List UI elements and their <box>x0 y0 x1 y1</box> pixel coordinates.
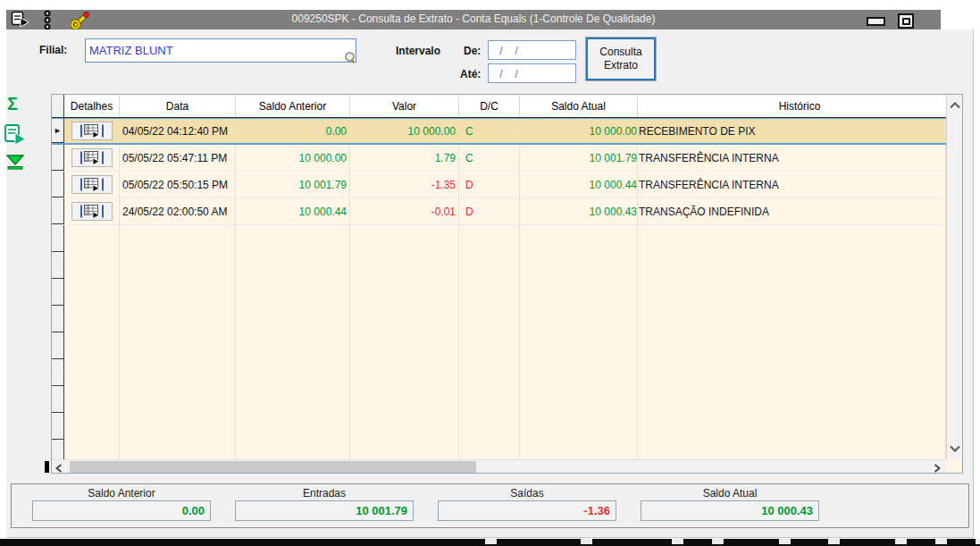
column-header-detalhes[interactable]: Detalhes <box>64 95 120 117</box>
table-row[interactable]: 24/05/22 02:00:50 AM 10 000.44 -0.01 D 1… <box>52 198 946 225</box>
valor-cell[interactable]: 1.79 <box>350 145 459 171</box>
horizontal-scroll-thumb[interactable] <box>70 461 476 473</box>
horizontal-scrollbar[interactable] <box>52 459 946 473</box>
date-cell[interactable]: 24/05/22 02:00:50 AM <box>120 198 236 224</box>
details-button[interactable] <box>71 148 113 167</box>
summary-field: Saldo Anterior 0.00 <box>32 487 211 521</box>
summary-field: Entradas 10 001.79 <box>235 487 414 521</box>
current-row-marker: ► <box>54 127 62 135</box>
saldo-atual-cell[interactable]: 10 000.00 <box>520 119 638 143</box>
table-row[interactable]: ► 04/05/22 04:12:40 PM 0.00 10 000.00 C … <box>52 118 946 145</box>
historico-cell[interactable]: TRANSAÇÃO INDEFINIDA <box>638 198 946 224</box>
summary-field: Saídas -1.36 <box>438 487 616 521</box>
ate-date-input[interactable] <box>488 63 576 83</box>
minimize-button[interactable] <box>867 17 885 26</box>
summary-label: Saldo Atual <box>641 487 819 500</box>
row-selector-cell[interactable] <box>52 440 64 459</box>
saldo-anterior-cell[interactable]: 0.00 <box>236 119 350 143</box>
column-header-dc[interactable]: D/C <box>459 95 520 117</box>
maximize-button[interactable] <box>898 13 914 29</box>
date-cell[interactable]: 05/05/22 05:50:15 PM <box>120 172 236 197</box>
row-selector-cell[interactable] <box>52 172 64 197</box>
details-grid-icon <box>80 123 105 139</box>
de-date-input[interactable] <box>488 40 576 60</box>
table-row[interactable]: 05/05/22 05:47:11 PM 10 000.00 1.79 C 10… <box>52 145 946 172</box>
de-label: De: <box>464 45 481 57</box>
column-header-saldo-atual[interactable]: Saldo Atual <box>520 95 638 117</box>
details-grid-icon <box>80 150 105 165</box>
details-cell <box>64 198 120 224</box>
row-selector-cell[interactable]: ► <box>52 119 64 143</box>
details-button[interactable] <box>71 122 113 140</box>
magnifier-icon[interactable] <box>345 52 355 62</box>
row-selector-cell[interactable] <box>52 252 64 279</box>
window-title: 009250SPK - Consulta de Extrato - Conta … <box>6 13 941 25</box>
vertical-scrollbar[interactable] <box>946 95 962 459</box>
intervalo-label: Intervalo <box>396 45 440 57</box>
selector-filler <box>52 225 64 459</box>
scrollbar-corner <box>946 459 962 473</box>
historico-cell[interactable]: RECEBIMENTO DE PIX <box>638 119 946 143</box>
row-selector-cell[interactable] <box>52 413 64 440</box>
details-button[interactable] <box>71 202 113 221</box>
summary-value: 10 001.79 <box>235 500 414 521</box>
filial-label: Filial: <box>39 44 67 56</box>
summary-value: -1.36 <box>438 500 616 521</box>
row-selector-cell[interactable] <box>52 306 64 332</box>
details-button[interactable] <box>71 175 113 194</box>
sum-icon[interactable]: Σ <box>7 94 18 113</box>
row-selector-cell[interactable] <box>52 225 64 252</box>
row-selector-cell[interactable] <box>52 145 64 171</box>
saldo-anterior-cell[interactable]: 10 001.79 <box>236 172 350 197</box>
historico-cell[interactable]: TRANSFERÊNCIA INTERNA <box>638 172 946 197</box>
row-selector-cell[interactable] <box>52 279 64 306</box>
saldo-anterior-cell[interactable]: 10 000.00 <box>236 145 350 171</box>
row-selector-cell[interactable] <box>52 332 64 359</box>
export-document-icon[interactable] <box>4 123 27 149</box>
summary-panel: Saldo Anterior 0.00 Entradas 10 001.79 S… <box>11 483 969 528</box>
scroll-left-icon[interactable] <box>55 463 63 475</box>
details-cell <box>64 119 120 143</box>
summary-fields: Saldo Anterior 0.00 Entradas 10 001.79 S… <box>12 484 968 521</box>
table-row[interactable]: 05/05/22 05:50:15 PM 10 001.79 -1.35 D 1… <box>52 172 946 198</box>
saldo-atual-cell[interactable]: 10 001.79 <box>520 145 638 171</box>
row-selector-cell[interactable] <box>52 198 64 224</box>
table-body-rows: ► 04/05/22 04:12:40 PM 0.00 10 000.00 C … <box>52 118 946 225</box>
valor-cell[interactable]: -0.01 <box>350 198 459 224</box>
saldo-atual-cell[interactable]: 10 000.44 <box>520 172 638 197</box>
dc-cell[interactable]: D <box>459 198 520 224</box>
date-cell[interactable]: 04/05/22 04:12:40 PM <box>120 119 236 143</box>
historico-cell[interactable]: TRANSFERÊNCIA INTERNA <box>638 145 946 171</box>
valor-cell[interactable]: 10 000.00 <box>350 119 459 143</box>
column-header-valor[interactable]: Valor <box>350 95 459 117</box>
column-header-historico[interactable]: Histórico <box>638 95 962 117</box>
filial-input[interactable] <box>85 38 356 63</box>
dc-cell[interactable]: D <box>459 172 520 197</box>
filter-icon[interactable] <box>5 155 25 174</box>
summary-label: Entradas <box>235 487 414 500</box>
valor-cell[interactable]: -1.35 <box>350 172 459 197</box>
table-body: ► 04/05/22 04:12:40 PM 0.00 10 000.00 C … <box>52 118 946 459</box>
row-selector-cell[interactable] <box>52 386 64 413</box>
ate-label: Até: <box>460 68 481 80</box>
column-header-data[interactable]: Data <box>120 95 236 117</box>
column-header-saldo-anterior[interactable]: Saldo Anterior <box>236 95 350 117</box>
dc-cell[interactable]: C <box>459 145 520 171</box>
titlebar[interactable]: 009250SPK - Consulta de Extrato - Conta … <box>6 10 941 29</box>
row-selector-cell[interactable] <box>52 359 64 386</box>
summary-field: Saldo Atual 10 000.43 <box>641 487 819 521</box>
scroll-up-icon[interactable] <box>950 99 960 112</box>
summary-value: 0.00 <box>32 500 211 521</box>
application-window: 009250SPK - Consulta de Extrato - Conta … <box>0 0 980 546</box>
saldo-anterior-cell[interactable]: 10 000.44 <box>236 198 350 224</box>
saldo-atual-cell[interactable]: 10 000.43 <box>520 198 638 224</box>
scroll-down-icon[interactable] <box>950 442 960 455</box>
consulta-extrato-button[interactable]: Consulta Extrato <box>586 38 656 80</box>
header-corner-cell <box>52 95 64 117</box>
grid-edge-mark <box>45 461 49 473</box>
background-window-edge <box>0 539 980 546</box>
details-grid-icon <box>80 204 105 219</box>
scroll-right-icon[interactable] <box>934 463 941 475</box>
date-cell[interactable]: 05/05/22 05:47:11 PM <box>120 145 236 171</box>
dc-cell[interactable]: C <box>459 119 520 143</box>
